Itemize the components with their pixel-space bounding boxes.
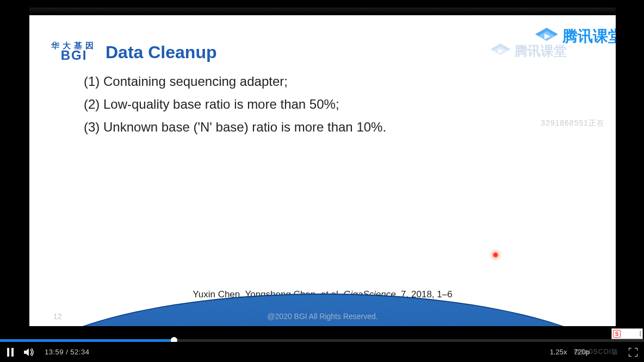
speed-button[interactable]: 1.25x <box>550 348 567 356</box>
quality-button[interactable]: 720p <box>574 348 590 356</box>
ime-popup[interactable]: S ⁝ <box>611 328 643 339</box>
tencent-ketang-watermark-back: 腾讯课堂 <box>490 42 567 60</box>
video-top-shade <box>29 8 616 14</box>
bullet-1: (1) Containing sequencing adapter; <box>84 74 386 89</box>
svg-rect-6 <box>7 348 9 357</box>
pause-button[interactable] <box>7 348 14 357</box>
ime-menu-icon[interactable]: ⁝ <box>639 332 641 335</box>
time-display: 13:59 / 52:34 <box>45 348 89 356</box>
bullet-2: (2) Low-quality base ratio is more than … <box>84 97 386 112</box>
fullscreen-button[interactable] <box>629 348 637 357</box>
ime-letter: S <box>613 330 621 338</box>
slide-title: Data Cleanup <box>106 42 216 63</box>
fullscreen-icon <box>629 348 637 357</box>
volume-icon <box>24 348 35 357</box>
laser-pointer-dot <box>493 252 498 258</box>
slide-bullets: (1) Containing sequencing adapter; (2) L… <box>84 74 386 142</box>
watermark-text: 腾讯课堂 <box>562 26 616 47</box>
copyright: @2020 BGI All Rights Reserved. <box>29 312 616 321</box>
bgi-logo: 华大基因 BGI <box>51 41 97 61</box>
svg-marker-8 <box>24 348 29 356</box>
svg-rect-7 <box>11 348 14 357</box>
watermark-text: 腾讯课堂 <box>515 42 567 60</box>
volume-button[interactable] <box>24 348 35 357</box>
slide-number: 12 <box>53 312 62 321</box>
player-controls: 13:59 / 52:34 1.25x @5a0SCOI版 720p <box>0 342 644 362</box>
bullet-3: (3) Unknown base ('N' base) ratio is mor… <box>84 120 386 135</box>
video-area: 华大基因 BGI Data Cleanup (1) Containing seq… <box>29 15 616 326</box>
logo-en: BGI <box>61 49 88 61</box>
slide: 华大基因 BGI Data Cleanup (1) Containing seq… <box>29 15 616 326</box>
pause-icon <box>7 348 14 357</box>
user-watermark: 3291868551正在 <box>541 118 605 128</box>
watermark-icon <box>490 42 511 60</box>
